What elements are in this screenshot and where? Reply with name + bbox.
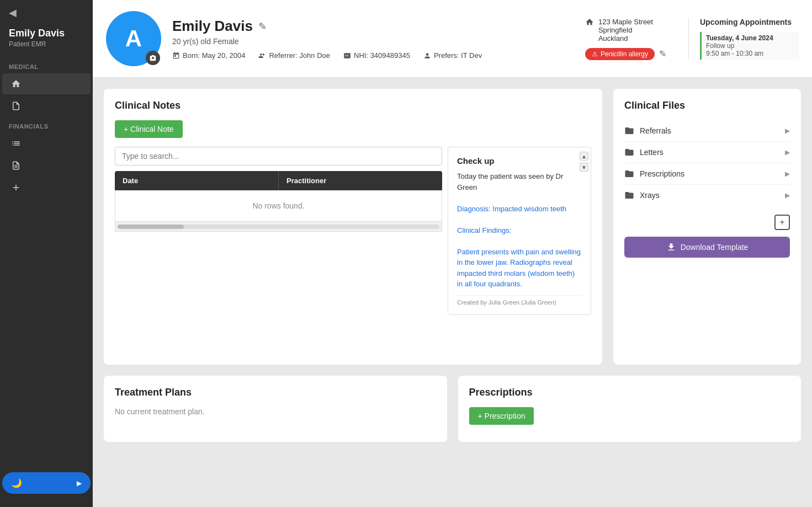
clinical-files-panel: Clinical Files Referrals ▶ Letters	[613, 89, 801, 365]
notes-left: Date Practitioner No rows found.	[115, 147, 442, 315]
note-title: Check up	[457, 156, 582, 166]
upcoming-title: Upcoming Appointments	[700, 18, 799, 26]
folder-icon	[624, 126, 634, 136]
sidebar-item-file[interactable]	[2, 95, 91, 116]
sidebar-item-list[interactable]	[2, 133, 91, 154]
sidebar-patient-name: Emily Davis	[0, 25, 93, 40]
col-date[interactable]: Date	[115, 171, 279, 190]
home-icon	[11, 79, 21, 89]
add-prescription-button[interactable]: + Prescription	[469, 407, 534, 425]
scroll-up-button[interactable]: ▲	[580, 152, 588, 161]
allergy-badge: ⚠ Penicillin allergy	[585, 48, 655, 60]
person-icon	[423, 52, 431, 60]
upcoming-appointments: Upcoming Appointments Tuesday, 4 June 20…	[688, 18, 799, 60]
prescriptions-title: Prescriptions	[469, 387, 790, 398]
download-icon	[666, 242, 676, 252]
no-rows-message: No rows found.	[115, 190, 442, 222]
allergy-warning-icon: ⚠	[592, 50, 598, 58]
folder-icon	[624, 147, 634, 157]
page-body: Clinical Notes + Clinical Note Date Prac…	[93, 78, 812, 507]
financials-nav	[0, 133, 93, 198]
scroll-controls: ▲ ▼	[580, 152, 588, 172]
edit-patient-icon[interactable]: ✎	[258, 20, 267, 33]
treatment-plans-title: Treatment Plans	[115, 387, 436, 398]
add-file-button[interactable]: +	[774, 215, 790, 230]
sidebar-item-doc[interactable]	[2, 155, 91, 176]
chevron-right-letters: ▶	[785, 148, 790, 156]
chevron-right-referrals: ▶	[785, 127, 790, 135]
scroll-down-button[interactable]: ▼	[580, 163, 588, 172]
appointment-card: Tuesday, 4 June 2024 Follow up 9:50 am -…	[700, 32, 799, 60]
back-button[interactable]: ◀	[0, 0, 93, 25]
note-body-line1: Today the patient was seen by Dr Green	[457, 171, 582, 193]
list-icon	[11, 138, 21, 148]
financials-section-label: FINANCIALS	[0, 116, 93, 133]
patient-prefers: Prefers: IT Dev	[423, 51, 482, 60]
notes-inner: Date Practitioner No rows found.	[115, 147, 591, 315]
calendar-icon	[172, 52, 180, 60]
file-item-referrals[interactable]: Referrals ▶	[624, 120, 790, 142]
notes-scrollbar	[115, 222, 442, 232]
medical-nav	[0, 73, 93, 116]
patient-nhi: NHI: 3409489345	[343, 51, 410, 60]
allergy-edit-icon[interactable]: ✎	[659, 49, 666, 59]
sidebar-item-add[interactable]	[2, 177, 91, 198]
sidebar-patient-label: Patient EMR	[0, 40, 93, 57]
prescriptions-panel: Prescriptions + Prescription	[458, 376, 802, 442]
file-item-prescriptions[interactable]: Prescriptions ▶	[624, 163, 790, 185]
patient-referrer: Referrer: John Doe	[258, 51, 330, 60]
clinical-files-title: Clinical Files	[624, 100, 790, 111]
scroll-thumb[interactable]	[118, 225, 184, 229]
theme-toggle[interactable]: 🌙 ▶	[2, 472, 91, 494]
note-findings: Patient presents with pain and swelling …	[457, 247, 582, 290]
note-footer: Created by Julia Green (Julia Green)	[457, 295, 582, 306]
files-list: Referrals ▶ Letters ▶	[624, 120, 790, 206]
search-input[interactable]	[115, 147, 442, 166]
avatar-wrap: A	[106, 11, 161, 66]
moon-icon: 🌙	[11, 478, 22, 488]
notes-table-header: Date Practitioner	[115, 171, 442, 190]
add-clinical-note-button[interactable]: + Clinical Note	[115, 120, 183, 138]
address-block: 123 Maple Street Springfield Auckland	[585, 18, 653, 42]
chevron-right-icon: ▶	[77, 479, 82, 487]
patient-name: Emily Davis	[172, 18, 253, 35]
file-icon	[11, 101, 21, 111]
patient-born: Born: May 20, 2004	[172, 51, 245, 60]
treatment-plans-panel: Treatment Plans No current treatment pla…	[104, 376, 447, 442]
home-address-icon	[585, 18, 594, 26]
folder-icon	[624, 190, 634, 200]
col-practitioner[interactable]: Practitioner	[279, 171, 442, 190]
file-item-letters[interactable]: Letters ▶	[624, 142, 790, 163]
top-panels: Clinical Notes + Clinical Note Date Prac…	[104, 89, 801, 365]
document-icon	[11, 161, 21, 170]
chevron-right-prescriptions: ▶	[785, 170, 790, 178]
id-icon	[343, 52, 351, 60]
camera-button[interactable]	[146, 51, 160, 65]
sidebar-item-home[interactable]	[2, 73, 91, 94]
note-detail: ▲ ▼ Check up Today the patient was seen …	[448, 147, 591, 315]
note-findings-label: Clinical Findings:	[457, 225, 582, 236]
no-plan-text: No current treatment plan.	[115, 407, 436, 416]
add-icon	[11, 183, 21, 193]
note-body: Today the patient was seen by Dr Green D…	[457, 171, 582, 290]
clinical-notes-panel: Clinical Notes + Clinical Note Date Prac…	[104, 89, 602, 365]
note-diagnosis: Diagnosis: Impacted wisdom teeth	[457, 204, 582, 215]
clinical-notes-title: Clinical Notes	[115, 100, 591, 111]
main-content: A Emily Davis ✎ 20 yr(s) old Female Born…	[93, 0, 812, 507]
patient-name-row: Emily Davis ✎	[172, 18, 563, 35]
patient-details: Born: May 20, 2004 Referrer: John Doe NH…	[172, 51, 563, 60]
file-item-xrays[interactable]: Xrays ▶	[624, 185, 790, 206]
patient-age: 20 yr(s) old Female	[172, 37, 563, 46]
allergy-row: ⚠ Penicillin allergy ✎	[585, 48, 666, 60]
folder-icon	[624, 169, 634, 179]
chevron-right-xrays: ▶	[785, 191, 790, 199]
camera-icon	[149, 54, 157, 62]
download-template-button[interactable]: Download Template	[624, 237, 790, 258]
medical-section-label: MEDICAL	[0, 57, 93, 73]
patient-address-section: 123 Maple Street Springfield Auckland ⚠ …	[574, 18, 677, 60]
sidebar: ◀ Emily Davis Patient EMR MEDICAL FINANC…	[0, 0, 93, 507]
address-text: 123 Maple Street Springfield Auckland	[598, 18, 653, 42]
files-add-row: +	[624, 215, 790, 230]
patient-info: Emily Davis ✎ 20 yr(s) old Female Born: …	[172, 18, 563, 60]
patient-header: A Emily Davis ✎ 20 yr(s) old Female Born…	[93, 0, 812, 78]
